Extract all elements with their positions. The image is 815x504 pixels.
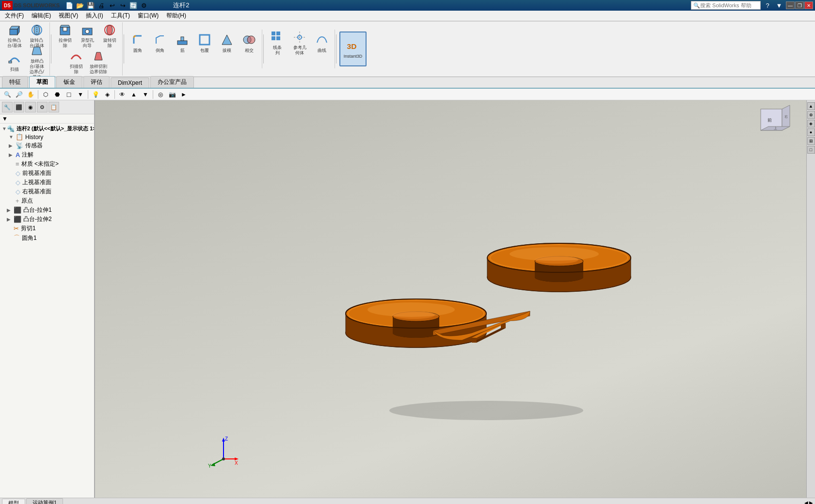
tab-evaluate[interactable]: 评估: [83, 76, 110, 88]
property-manager-icon[interactable]: ⬛: [14, 102, 24, 112]
view-cube[interactable]: 前 右 上: [756, 104, 795, 143]
hide-show-button[interactable]: 👁: [117, 90, 128, 99]
cut-extrude-button[interactable]: 拉伸切除: [54, 23, 76, 48]
shell-button[interactable]: 包覆: [194, 31, 215, 56]
rs-button-2[interactable]: ⊕: [807, 111, 815, 119]
dim-xpert-icon[interactable]: ⚙: [37, 102, 48, 112]
menu-edit[interactable]: 编辑(E): [28, 11, 55, 21]
linear-pattern-button[interactable]: 线条列: [267, 31, 288, 56]
rib-button[interactable]: 筋: [172, 31, 193, 56]
section-view-button[interactable]: ⬣: [52, 90, 63, 99]
tree-root[interactable]: ▼ 🔩 连杆2 (默认<<默认>_显示状态 1>: [0, 125, 94, 133]
tree-item-front-plane[interactable]: ◇ 前视基准面: [0, 169, 94, 178]
search-box[interactable]: 🔍: [691, 1, 761, 10]
rs-button-6[interactable]: □: [807, 146, 815, 154]
open-button[interactable]: 📂: [75, 0, 85, 10]
undo-button[interactable]: ↩: [107, 0, 117, 10]
tree-item-sensors[interactable]: ▶ 📡 传感器: [0, 141, 94, 150]
instant3d-button[interactable]: 3D Instant3D: [339, 32, 367, 66]
rs-button-1[interactable]: ▲: [807, 102, 815, 110]
rs-button-3[interactable]: ◈: [807, 120, 815, 127]
sweep-boss-button[interactable]: 扫描: [4, 49, 25, 75]
fillet-button[interactable]: 圆角: [127, 31, 148, 56]
boss-extrude-button[interactable]: 拉伸凸台/基体: [4, 23, 25, 48]
menu-file[interactable]: 文件(F): [1, 11, 28, 21]
scroll-right[interactable]: ▶: [809, 500, 813, 504]
save-button[interactable]: 💾: [86, 0, 96, 10]
print-button[interactable]: 🖨: [96, 0, 106, 10]
view-mode-dropdown[interactable]: ▼: [75, 90, 86, 99]
tab-sheet-metal[interactable]: 钣金: [56, 76, 82, 88]
draft-button[interactable]: 拔模: [216, 31, 238, 56]
menu-tools[interactable]: 工具(T): [107, 11, 134, 21]
hole-wizard-button[interactable]: 异型孔向导: [77, 23, 98, 48]
view-up-button[interactable]: ▲: [128, 90, 139, 99]
boss1-expand[interactable]: ▶: [7, 207, 14, 213]
walk-through-button[interactable]: ►: [178, 90, 189, 99]
intersect-button[interactable]: 相交: [239, 31, 260, 56]
linear-pattern-label: 线条列: [273, 45, 282, 56]
bottom-tab-motion[interactable]: 运动算例1: [26, 498, 63, 504]
config-manager-icon[interactable]: ◉: [25, 102, 36, 112]
menu-insert[interactable]: 插入(I): [82, 11, 107, 21]
view-display-button[interactable]: □: [64, 90, 74, 99]
swept-cut-button[interactable]: 扫描切除: [65, 49, 87, 75]
camera-button[interactable]: 📷: [167, 90, 177, 99]
menu-view[interactable]: 视图(V): [55, 11, 82, 21]
tab-sketch[interactable]: 草图: [29, 76, 55, 88]
annotations-expand[interactable]: ▶: [9, 152, 16, 158]
tree-item-cut1[interactable]: ✂ 剪切1: [0, 224, 94, 233]
boss2-expand[interactable]: ▶: [7, 217, 14, 222]
options-button[interactable]: ⚙: [139, 0, 149, 10]
scene-button[interactable]: ◎: [155, 90, 166, 99]
close-button[interactable]: ✕: [804, 1, 813, 9]
tab-dimxpert[interactable]: DimXpert: [111, 78, 149, 88]
feature-tree-icon[interactable]: 🔧: [2, 102, 13, 112]
display-manager-icon[interactable]: 📋: [48, 102, 59, 112]
toolbar-cut-row2: 扫描切除 放样切割边界切除: [65, 49, 109, 75]
tree-item-origin[interactable]: + 原点: [0, 196, 94, 205]
menu-help[interactable]: 帮助(H): [162, 11, 190, 21]
history-expand[interactable]: ▼: [9, 134, 16, 140]
lofted-cut-button[interactable]: 放样切割边界切除: [88, 49, 109, 75]
sensors-expand[interactable]: ▶: [9, 143, 16, 148]
revolve-cut-button[interactable]: 旋转切除: [99, 23, 120, 48]
tab-bar: 特征 草图 钣金 评估 DimXpert 办公室产品: [0, 77, 815, 89]
restore-button[interactable]: ❐: [795, 1, 804, 9]
tab-features[interactable]: 特征: [2, 76, 28, 88]
lights-button[interactable]: 💡: [90, 90, 101, 99]
3d-viewport[interactable]: Z X Y 前 右 上: [95, 100, 806, 498]
rs-button-4[interactable]: ●: [807, 128, 815, 136]
scroll-left[interactable]: ◀: [804, 500, 808, 504]
zoom-out-button[interactable]: 🔎: [14, 90, 24, 99]
tree-item-annotations[interactable]: ▶ A 注解: [0, 150, 94, 159]
appearance-button[interactable]: ◈: [102, 90, 112, 99]
menu-window[interactable]: 窗口(W): [134, 11, 162, 21]
tab-office[interactable]: 办公室产品: [150, 76, 194, 88]
bottom-tab-model[interactable]: 模型: [2, 499, 25, 504]
new-button[interactable]: 📄: [64, 0, 74, 10]
zoom-in-button[interactable]: 🔍: [2, 90, 13, 99]
tree-item-history[interactable]: ▼ 📋 History: [0, 133, 94, 141]
curves-button[interactable]: 曲线: [311, 31, 333, 56]
tree-item-material[interactable]: ≡ 材质 <未指定>: [0, 159, 94, 169]
tree-item-right-plane[interactable]: ◇ 右视基准面: [0, 187, 94, 196]
minimize-button[interactable]: —: [786, 1, 795, 9]
help-button[interactable]: ?: [763, 0, 772, 10]
tree-item-boss-extrude1[interactable]: ▶ ⬛ 凸台-拉伸1: [0, 205, 94, 215]
pan-button[interactable]: ✋: [25, 90, 36, 99]
rs-button-5[interactable]: ⊞: [807, 137, 815, 145]
tree-item-boss-extrude2[interactable]: ▶ ⬛ 凸台-拉伸2: [0, 215, 94, 224]
reference-geometry-button[interactable]: 参考几何体: [289, 31, 310, 56]
lofted-boss-button[interactable]: 放样凸台/基体边界凸/基体: [26, 49, 48, 75]
options-dropdown[interactable]: ▼: [774, 0, 784, 10]
tree-item-fillet1[interactable]: ⌒ 圆角1: [0, 233, 94, 243]
search-input[interactable]: [700, 2, 758, 8]
rebuild-button[interactable]: 🔄: [128, 0, 138, 10]
tree-item-top-plane[interactable]: ◇ 上视基准面: [0, 178, 94, 187]
view-down-button[interactable]: ▼: [140, 90, 151, 99]
redo-button[interactable]: ↪: [118, 0, 128, 10]
root-expand[interactable]: ▼: [2, 126, 7, 131]
chamfer-button[interactable]: 倒角: [149, 31, 171, 56]
view-orient-button[interactable]: ⬡: [40, 90, 51, 99]
